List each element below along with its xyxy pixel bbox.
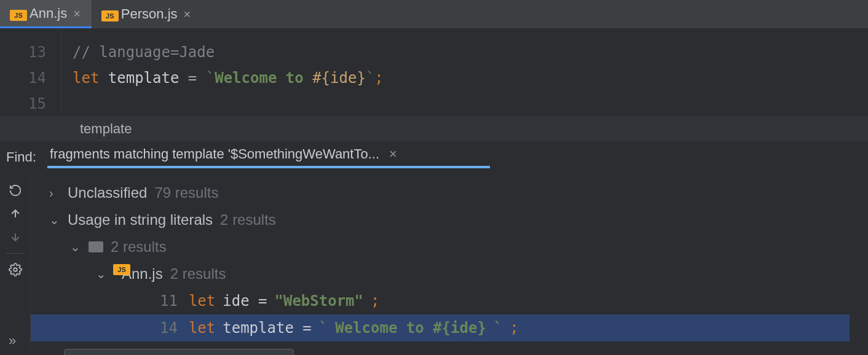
- code-semi: ;: [374, 69, 383, 87]
- code-expr-name: ide: [330, 69, 357, 87]
- code-backtick: `: [319, 317, 328, 339]
- chevron-down-icon: ⌄: [49, 209, 60, 231]
- code-keyword: let: [189, 317, 215, 339]
- rerun-icon[interactable]: [4, 179, 26, 201]
- find-query-tab[interactable]: fragments matching template '$SomethingW…: [47, 146, 490, 168]
- create-inspection-button[interactable]: Create Inspection from Template...: [64, 349, 294, 355]
- tab-label: Ann.js: [30, 6, 67, 21]
- code-backtick: `: [494, 317, 502, 339]
- usage-line-number: 11: [160, 290, 178, 312]
- code-area[interactable]: // language=Jade let template = `Welcome…: [61, 28, 395, 117]
- group-label: Usage in string literals: [68, 209, 213, 231]
- find-bar: Find: fragments matching template '$Some…: [0, 141, 868, 173]
- results-toolbar: [0, 173, 31, 355]
- next-occurrence-icon[interactable]: [4, 226, 26, 248]
- code-comment: // language=Jade: [73, 44, 215, 61]
- close-icon[interactable]: ×: [184, 8, 191, 20]
- chevron-down-icon: ⌄: [70, 236, 81, 258]
- code-op: =: [179, 69, 205, 87]
- line-number: 15: [0, 91, 46, 117]
- tab-person-js[interactable]: JS Person.js ×: [92, 0, 202, 28]
- code-string: Welcome to #{ide}: [335, 317, 486, 339]
- breadcrumb[interactable]: template: [0, 117, 868, 141]
- code-backtick: `: [366, 69, 374, 87]
- code-backtick: `: [206, 69, 215, 87]
- result-group-usage-string-literals[interactable]: ⌄ Usage in string literals 2 results: [49, 206, 868, 233]
- file-count: 2 results: [170, 263, 226, 285]
- result-file-ann-js[interactable]: ⌄ JS Ann.js 2 results: [49, 260, 868, 287]
- editor-tabs: JS Ann.js × JS Person.js ×: [0, 0, 868, 28]
- prev-occurrence-icon[interactable]: [4, 203, 26, 225]
- more-icon[interactable]: »: [9, 333, 16, 349]
- folder-icon: [89, 241, 103, 252]
- code-ident: template: [108, 69, 180, 87]
- code-editor[interactable]: 13 14 15 // language=Jade let template =…: [0, 28, 868, 117]
- code-expr-close: }: [357, 69, 365, 87]
- code-expr-open: #{: [312, 69, 330, 87]
- separator: [6, 253, 25, 254]
- code-keyword: let: [189, 290, 215, 312]
- code-string: "WebStorm": [275, 290, 364, 312]
- group-count: 2 results: [220, 209, 276, 231]
- line-gutter: 13 14 15: [0, 28, 61, 117]
- tab-ann-js[interactable]: JS Ann.js ×: [0, 0, 92, 28]
- group-count: 79 results: [154, 182, 218, 204]
- chevron-down-icon: ⌄: [96, 263, 107, 285]
- folder-count: 2 results: [111, 236, 167, 258]
- result-folder[interactable]: ⌄ 2 results: [49, 233, 868, 260]
- find-results-panel: › Unclassified 79 results ⌄ Usage in str…: [0, 173, 868, 355]
- line-number: 14: [0, 65, 46, 91]
- usage-line-number: 14: [160, 317, 178, 339]
- usage-line[interactable]: 11 let ide = "WebStorm";: [49, 287, 868, 314]
- code-text: ide =: [223, 290, 267, 312]
- result-group-unclassified[interactable]: › Unclassified 79 results: [49, 179, 868, 206]
- settings-icon[interactable]: [4, 259, 26, 281]
- usage-line-selected[interactable]: 14 let template = `Welcome to #{ide}`;: [31, 314, 850, 341]
- code-keyword: let: [73, 69, 99, 87]
- line-number: 13: [0, 39, 46, 65]
- find-label: Find:: [6, 149, 36, 165]
- code-semi: ;: [510, 317, 518, 339]
- code-semi: ;: [371, 290, 379, 312]
- tab-label: Person.js: [121, 6, 178, 22]
- js-file-icon: JS: [103, 8, 115, 20]
- results-tree: › Unclassified 79 results ⌄ Usage in str…: [31, 173, 868, 355]
- group-label: Unclassified: [68, 182, 147, 204]
- code-text: template =: [223, 317, 312, 339]
- close-icon[interactable]: ×: [73, 7, 81, 20]
- close-icon[interactable]: ×: [389, 146, 397, 162]
- js-file-icon: JS: [11, 7, 23, 20]
- breadcrumb-item: template: [80, 121, 132, 136]
- svg-point-0: [14, 268, 17, 271]
- find-query-text: fragments matching template '$SomethingW…: [50, 146, 379, 162]
- chevron-right-icon: ›: [49, 182, 60, 204]
- code-string: Welcome to: [215, 69, 312, 87]
